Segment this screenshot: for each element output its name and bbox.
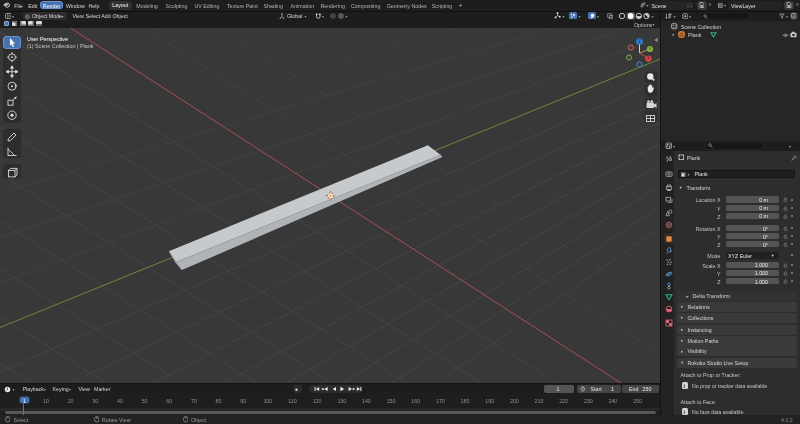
svg-text:X: X xyxy=(647,56,650,61)
svg-text:Y: Y xyxy=(648,47,651,52)
svg-text:Z: Z xyxy=(638,39,641,44)
